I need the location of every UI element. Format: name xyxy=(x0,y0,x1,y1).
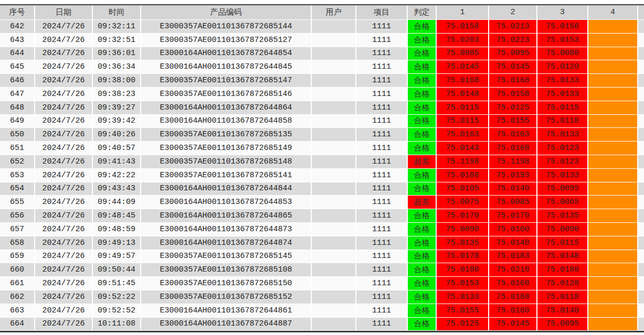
cell-judgement: 合格 xyxy=(408,182,436,196)
cell-m1: 75.0115 xyxy=(437,115,488,128)
cell-m2: 75.0223 xyxy=(489,34,536,47)
table-row[interactable]: 661 2024/7/26 09:51:45 E3000357AE0011013… xyxy=(0,277,644,290)
cell-project: 1111 xyxy=(356,250,407,263)
cell-product-code: E3000164AH001101367872644861 xyxy=(141,304,311,317)
cell-m3: 75.0123 xyxy=(537,142,587,155)
cell-m2: 75.0140 xyxy=(489,236,536,250)
cell-overflow xyxy=(638,155,644,168)
cell-date: 2024/7/26 xyxy=(35,34,92,47)
cell-m1: 75.0075 xyxy=(437,196,488,209)
cell-time: 09:41:43 xyxy=(93,155,140,168)
table-row[interactable]: 654 2024/7/26 09:43:43 E3000164AH0011013… xyxy=(0,182,644,196)
cell-m1: 75.0085 xyxy=(437,47,488,60)
cell-judgement: 合格 xyxy=(408,88,436,101)
cell-m3: 75.0090 xyxy=(537,223,587,236)
table-row[interactable]: 658 2024/7/26 09:49:13 E3000164AH0011013… xyxy=(0,236,644,250)
cell-m3: 75.0128 xyxy=(537,277,587,290)
cell-judgement: 合格 xyxy=(408,318,436,331)
table-row[interactable]: 659 2024/7/26 09:49:57 E3000357AE0011013… xyxy=(0,250,644,263)
cell-user xyxy=(312,60,355,73)
header-m3: 3 xyxy=(537,5,587,19)
cell-m1: 75.0115 xyxy=(437,101,488,114)
header-m1: 1 xyxy=(437,5,488,19)
table-row[interactable]: 646 2024/7/26 09:38:00 E3000357AE0011013… xyxy=(0,74,644,87)
cell-seq: 656 xyxy=(0,209,34,222)
measurement-table: 序号 日期 时间 产品编码 用户 项目 判定 1 2 3 4 642 2024/… xyxy=(0,5,644,330)
cell-time: 09:38:00 xyxy=(93,74,140,87)
cell-time: 09:36:34 xyxy=(93,60,140,73)
table-row[interactable]: 660 2024/7/26 09:50:44 E3000357AE0011013… xyxy=(0,263,644,276)
cell-m4 xyxy=(588,263,637,276)
cell-m1: 75.1198 xyxy=(437,155,488,168)
cell-m3: 75.0120 xyxy=(537,60,587,73)
cell-m3: 75.0115 xyxy=(537,101,587,114)
cell-user xyxy=(312,223,355,236)
cell-user xyxy=(312,169,355,182)
cell-overflow xyxy=(638,74,644,87)
cell-overflow xyxy=(638,34,644,47)
cell-date: 2024/7/26 xyxy=(35,142,92,155)
cell-m1: 75.0178 xyxy=(437,250,488,263)
table-row[interactable]: 645 2024/7/26 09:36:34 E3000164AH0011013… xyxy=(0,60,644,73)
cell-m3: 75.0118 xyxy=(537,290,587,304)
cell-user xyxy=(312,263,355,276)
cell-user xyxy=(312,74,355,87)
cell-overflow xyxy=(638,142,644,155)
cell-date: 2024/7/26 xyxy=(35,115,92,128)
table-row[interactable]: 653 2024/7/26 09:42:22 E3000357AE0011013… xyxy=(0,169,644,182)
cell-m3: 75.0153 xyxy=(537,34,587,47)
cell-project: 1111 xyxy=(356,263,407,276)
cell-judgement: 合格 xyxy=(408,304,436,317)
cell-date: 2024/7/26 xyxy=(35,88,92,101)
cell-project: 1111 xyxy=(356,155,407,168)
table-row[interactable]: 651 2024/7/26 09:40:57 E3000357AE0011013… xyxy=(0,142,644,155)
cell-m1: 75.0135 xyxy=(437,236,488,250)
cell-overflow xyxy=(638,47,644,60)
cell-date: 2024/7/26 xyxy=(35,20,92,33)
table-row[interactable]: 656 2024/7/26 09:48:45 E3000164AH0011013… xyxy=(0,209,644,222)
table-row[interactable]: 652 2024/7/26 09:41:43 E3000357AE0011013… xyxy=(0,155,644,168)
header-judgement: 判定 xyxy=(408,5,436,19)
cell-date: 2024/7/26 xyxy=(35,182,92,196)
table-row[interactable]: 644 2024/7/26 09:36:01 E3000164AH0011013… xyxy=(0,47,644,60)
cell-m3: 75.0133 xyxy=(537,74,587,87)
cell-m2: 75.1198 xyxy=(489,155,536,168)
cell-overflow xyxy=(638,128,644,141)
cell-m4 xyxy=(588,236,637,250)
cell-seq: 662 xyxy=(0,290,34,304)
cell-project: 1111 xyxy=(356,128,407,141)
cell-m4 xyxy=(588,250,637,263)
table-row[interactable]: 655 2024/7/26 09:44:09 E3000164AH0011013… xyxy=(0,196,644,209)
table-row[interactable]: 643 2024/7/26 09:32:51 E3000357AE0011013… xyxy=(0,34,644,47)
cell-user xyxy=(312,47,355,60)
cell-product-code: E3000357AE001101367872685108 xyxy=(141,263,311,276)
cell-product-code: E3000164AH001101367872644853 xyxy=(141,196,311,209)
table-row[interactable]: 663 2024/7/26 09:52:52 E3000164AH0011013… xyxy=(0,304,644,317)
table-row[interactable]: 647 2024/7/26 09:38:23 E3000357AE0011013… xyxy=(0,88,644,101)
cell-product-code: E3000164AH001101367872644873 xyxy=(141,223,311,236)
table-row[interactable]: 649 2024/7/26 09:39:42 E3000164AH0011013… xyxy=(0,115,644,128)
cell-time: 09:48:59 xyxy=(93,223,140,236)
cell-m2: 75.0160 xyxy=(489,304,536,317)
cell-project: 1111 xyxy=(356,169,407,182)
table-row[interactable]: 664 2024/7/26 10:11:08 E3000164AH0011013… xyxy=(0,318,644,331)
cell-m4 xyxy=(588,88,637,101)
cell-m4 xyxy=(588,60,637,73)
cell-product-code: E3000164AH001101367872644865 xyxy=(141,209,311,222)
table-row[interactable]: 642 2024/7/26 09:32:11 E3000357AE0011013… xyxy=(0,20,644,33)
cell-m4 xyxy=(588,290,637,304)
cell-m1: 75.0163 xyxy=(437,128,488,141)
table-row[interactable]: 648 2024/7/26 09:39:27 E3000164AH0011013… xyxy=(0,101,644,114)
cell-m1: 75.0203 xyxy=(437,34,488,47)
cell-m4 xyxy=(588,101,637,114)
cell-judgement: 合格 xyxy=(408,74,436,87)
cell-overflow xyxy=(638,196,644,209)
cell-product-code: E3000357AE001101367872685152 xyxy=(141,290,311,304)
table-row[interactable]: 657 2024/7/26 09:48:59 E3000164AH0011013… xyxy=(0,223,644,236)
cell-project: 1111 xyxy=(356,74,407,87)
table-row[interactable]: 662 2024/7/26 09:52:22 E3000357AE0011013… xyxy=(0,290,644,304)
cell-seq: 645 xyxy=(0,60,34,73)
cell-seq: 663 xyxy=(0,304,34,317)
table-row[interactable]: 650 2024/7/26 09:40:26 E3000357AE0011013… xyxy=(0,128,644,141)
cell-seq: 642 xyxy=(0,20,34,33)
